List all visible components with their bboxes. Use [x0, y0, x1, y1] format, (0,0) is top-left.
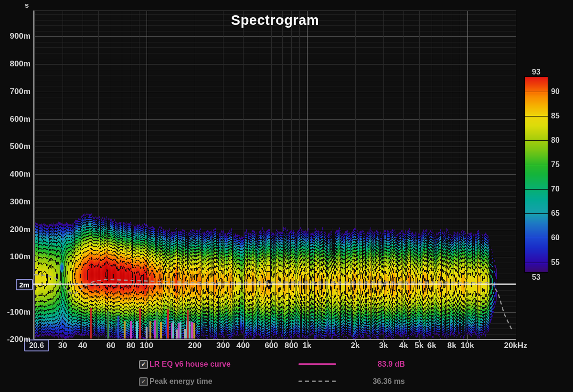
colorbar-tick-label: 90 [551, 87, 560, 96]
x-tick-label: 1k [302, 341, 311, 350]
cursor-time-readout[interactable]: 2m [16, 279, 33, 290]
x-tick-label: 4k [399, 341, 408, 350]
spectrogram-plot-canvas[interactable] [0, 0, 573, 392]
chart-title: Spectrogram [231, 12, 319, 28]
y-axis-unit-label: s [25, 1, 29, 9]
x-tick-label: 2k [351, 341, 360, 350]
y-tick-label: -200m [1, 335, 31, 344]
x-tick-label: 5k [414, 341, 424, 350]
colorbar-tick-label: 70 [551, 185, 560, 193]
y-tick-label: 800m [1, 59, 31, 69]
colorbar-tick-label: 75 [551, 160, 560, 169]
y-tick-label: 700m [1, 87, 31, 96]
x-tick-label: 6k [427, 341, 436, 350]
x-tick-label: 60 [106, 341, 116, 350]
x-tick-label: 8k [447, 341, 456, 350]
y-tick-label: 900m [1, 32, 31, 41]
x-tick-label: 600 [265, 341, 278, 350]
y-tick-label: 600m [1, 115, 31, 124]
x-tick-label: 100 [140, 341, 153, 350]
house-curve-line-sample [298, 363, 336, 365]
peak-energy-time-value: 36.36 ms [334, 377, 405, 386]
colorbar-tick-label: 80 [551, 136, 560, 145]
x-tick-label: 40 [78, 341, 87, 350]
x-tick-label: 3k [379, 341, 388, 350]
house-curve-value: 83.9 dB [334, 360, 405, 369]
x-tick-label: 30 [58, 341, 67, 350]
x-tick-label: 20kHz [504, 341, 527, 350]
y-tick-label: 300m [1, 197, 31, 207]
colorbar-tick-label: 60 [551, 233, 560, 242]
x-tick-label: 300 [216, 341, 230, 350]
peak-energy-time-label: Peak energy time [149, 377, 212, 386]
y-tick-label: 400m [1, 170, 31, 179]
peak-energy-time-checkbox[interactable]: ✓ [139, 377, 148, 386]
y-tick-label: 200m [1, 225, 31, 234]
y-tick-label: 100m [1, 252, 31, 262]
x-tick-label: 400 [236, 341, 250, 350]
y-tick-label: 500m [1, 142, 31, 151]
peak-energy-time-line-sample [298, 381, 336, 382]
x-tick-label: 10k [461, 341, 474, 350]
colorbar-tick-label: 65 [551, 209, 560, 218]
x-tick-label: 80 [127, 341, 136, 350]
x-tick-label: 200 [188, 341, 202, 350]
x-tick-label: 800 [285, 341, 298, 350]
colorbar-tick-label: 85 [551, 112, 560, 120]
colorbar-min-label: 53 [532, 273, 541, 282]
colorbar-max-label: 93 [532, 68, 541, 76]
spectrogram-window: Spectrogram s 2m 20.6 ✓ LR EQ v6 house c… [0, 0, 573, 392]
colorbar-tick-label: 55 [551, 258, 560, 267]
house-curve-label: LR EQ v6 house curve [149, 360, 231, 369]
y-tick-label: -100m [1, 307, 31, 317]
house-curve-checkbox[interactable]: ✓ [139, 360, 148, 369]
